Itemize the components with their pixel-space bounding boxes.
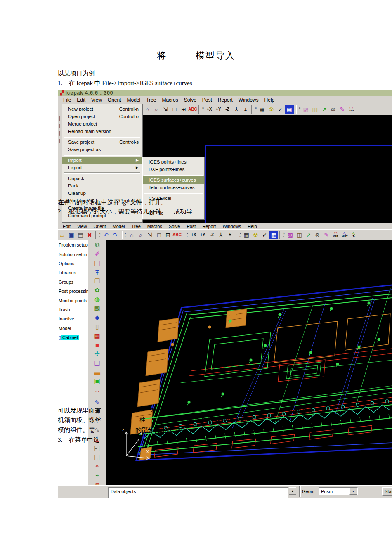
delete-icon[interactable]: ✖ xyxy=(92,407,102,416)
sidebar-item-post-processin[interactable]: Post-processin xyxy=(58,287,88,296)
menu-help[interactable]: Help xyxy=(244,223,260,229)
menu-post[interactable]: Post xyxy=(183,223,199,229)
orient-plus-x-icon[interactable]: +X xyxy=(205,105,214,114)
undo-icon[interactable]: ↶ xyxy=(102,231,111,239)
fit-icon[interactable]: ⇲ xyxy=(145,231,154,239)
eye-icon[interactable]: ⊗ xyxy=(313,231,322,239)
mosaic-icon[interactable]: ▩ xyxy=(92,304,102,313)
menu-edit[interactable]: Edit xyxy=(59,223,74,229)
menu-item-unpack[interactable]: Unpack xyxy=(62,175,142,182)
home-icon[interactable]: ⌂ xyxy=(127,231,136,239)
calculator-icon[interactable]: ▦ xyxy=(285,105,294,114)
menu-item-export[interactable]: Export▶ xyxy=(62,164,142,171)
menu-item-import[interactable]: Import▶ xyxy=(62,157,142,164)
menu-item-cleanup[interactable]: Cleanup xyxy=(62,190,142,197)
dock-handle[interactable]: ×▫ xyxy=(99,232,101,238)
orient-minus-z-icon[interactable]: -Z xyxy=(207,231,216,239)
check-icon[interactable]: ✓ xyxy=(260,231,269,239)
sidebar-item-libraries[interactable]: Libraries xyxy=(58,268,88,277)
grid-icon[interactable]: ▦ xyxy=(242,231,251,239)
door-icon[interactable]: ▯ xyxy=(92,322,102,331)
palette-icon[interactable]: ✖ xyxy=(85,231,94,239)
menu-orient[interactable]: Orient xyxy=(105,96,124,104)
notes-icon[interactable]: ▤ xyxy=(92,259,102,268)
gem-icon[interactable]: ◆ xyxy=(92,313,102,322)
dock-handle[interactable]: ×▫ xyxy=(299,107,300,112)
pcb-icon[interactable]: ▣ xyxy=(92,377,102,386)
dock-handle[interactable]: ×▫ xyxy=(125,232,126,238)
menu-item-save-project[interactable]: Save projectControl-s xyxy=(62,138,142,146)
scroll-up-button[interactable]: ▲ xyxy=(289,487,296,495)
hatch-door-icon[interactable]: ◫ xyxy=(92,434,102,444)
wand-icon[interactable]: ✐ xyxy=(92,249,102,259)
menu-model[interactable]: Model xyxy=(109,223,128,229)
sidebar-item-solution-settin[interactable]: Solution settin xyxy=(58,249,88,259)
view-quad-icon[interactable]: ⊞ xyxy=(163,231,172,239)
menu-post[interactable]: Post xyxy=(199,96,215,104)
menu-item-open-project[interactable]: Open projectControl-o xyxy=(62,113,142,120)
sidebar-item-model[interactable]: Model xyxy=(58,324,88,333)
menu-item-reload-main-version[interactable]: Reload main version xyxy=(62,128,142,135)
radiation-icon[interactable]: ☢ xyxy=(251,231,260,239)
menu-help[interactable]: Help xyxy=(262,96,278,104)
view-single-icon[interactable]: □ xyxy=(170,105,179,114)
data-objects-list[interactable]: Data objects: xyxy=(108,487,288,498)
geom-type-dropdown[interactable]: Prism ▼ xyxy=(319,487,358,495)
home-icon[interactable]: ⌂ xyxy=(143,105,152,114)
menu-model[interactable]: Model xyxy=(124,96,144,104)
orient-axes-icon[interactable]: ⅄ xyxy=(216,231,225,239)
menu-item-save-project-as[interactable]: Save project as xyxy=(62,146,142,153)
lamp-icon[interactable]: ◍ xyxy=(92,295,102,304)
menu-report[interactable]: Report xyxy=(215,96,236,104)
fit-icon[interactable]: ⇲ xyxy=(161,105,170,114)
menu-item-dxf-points-lines[interactable]: DXF points+lines xyxy=(143,166,204,173)
menu-item-print-screen[interactable]: Print screenControl-p xyxy=(62,197,142,204)
dock-handle[interactable]: ×▫ xyxy=(239,232,241,238)
probe-icon[interactable]: ↗ xyxy=(304,231,313,239)
pencil-icon[interactable]: ✎ xyxy=(322,231,331,239)
box-out-icon[interactable]: ◰ xyxy=(92,444,102,453)
var-icon[interactable]: ◠VAR xyxy=(347,105,356,114)
sidebar-item-options[interactable]: Options xyxy=(58,259,88,268)
hook-icon[interactable]: ⌁ xyxy=(92,471,102,480)
labels-icon[interactable]: ABC xyxy=(172,231,182,239)
dock-handle[interactable]: ×▫ xyxy=(202,107,204,112)
menu-item-idf-file[interactable]: IDF file xyxy=(143,209,204,217)
screw-icon[interactable]: ⌇ xyxy=(92,416,102,425)
tree-icon[interactable]: Ŧ xyxy=(92,268,102,277)
orient-plus-y-icon[interactable]: +Y xyxy=(198,231,207,239)
check-icon[interactable]: ✓ xyxy=(276,105,285,114)
menu-tree[interactable]: Tree xyxy=(143,96,159,104)
menu-windows[interactable]: Windows xyxy=(219,223,244,229)
scale-icon[interactable]: ± xyxy=(225,231,234,239)
view-single-icon[interactable]: □ xyxy=(154,231,163,239)
cube-red-icon[interactable]: ■ xyxy=(92,340,102,349)
orient-axes-icon[interactable]: ⅄ xyxy=(232,105,241,114)
bricks-icon[interactable]: ▦ xyxy=(92,331,102,340)
network-icon[interactable]: ∴ xyxy=(92,386,102,395)
menu-item-merge-project[interactable]: Merge project xyxy=(62,120,142,128)
spiral-icon[interactable]: ✿ xyxy=(92,286,102,295)
radiation-icon[interactable]: ☢ xyxy=(267,105,276,114)
var-icon[interactable]: ◠VAR xyxy=(331,231,340,239)
orient-plus-y-icon[interactable]: +Y xyxy=(214,105,223,114)
coil-icon[interactable]: ∿ xyxy=(92,425,102,434)
ruler-icon[interactable]: ▬ xyxy=(92,368,102,377)
menu-view[interactable]: View xyxy=(88,96,105,104)
menu-solve[interactable]: Solve xyxy=(181,96,199,104)
edit-check-icon[interactable]: ✎ xyxy=(92,398,102,407)
heatsink-icon[interactable]: ▤ xyxy=(92,358,102,368)
sidebar-item-groups[interactable]: Groups xyxy=(58,278,88,287)
menu-solve[interactable]: Solve xyxy=(165,223,184,229)
sidebar-item-problem-setup[interactable]: Problem setup xyxy=(58,240,88,249)
dock-handle[interactable]: ×▫ xyxy=(283,232,285,238)
view-quad-icon[interactable]: ⊞ xyxy=(179,105,188,114)
trace-icon[interactable]: ∿Tr xyxy=(349,231,358,239)
menu-windows[interactable]: Windows xyxy=(236,96,262,104)
print-icon[interactable]: ▤ xyxy=(76,231,85,239)
fan-icon[interactable]: ✣ xyxy=(92,349,102,358)
box-down-icon[interactable]: ◱ xyxy=(92,453,102,462)
macros-icon[interactable]: ⧉ xyxy=(92,240,102,249)
menu-macros[interactable]: Macros xyxy=(159,96,181,104)
probe-icon[interactable]: ↗ xyxy=(319,105,328,114)
